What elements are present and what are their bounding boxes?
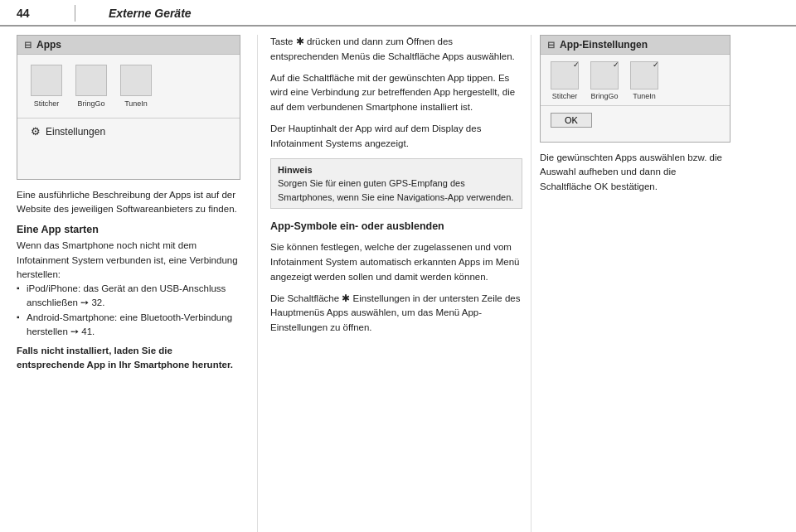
settings-app-item-bringgo: ✓ BringGo	[590, 61, 619, 100]
settings-app-label-stitcher: Stitcher	[552, 92, 578, 100]
apps-titlebar-icon: ⊟	[24, 40, 32, 51]
middle-para2: Auf die Schaltfläche mit der ge­wünschte…	[270, 71, 522, 115]
settings-app-label-tunein: TuneIn	[633, 92, 656, 100]
page-number: 44	[17, 7, 41, 20]
hint-title: Hinweis	[278, 165, 313, 175]
middle-para3: Der Hauptinhalt der App wird auf dem Dis…	[270, 122, 522, 152]
settings-app-icon-tunein: ✓	[630, 61, 658, 89]
main-content: ⊟ Apps Stitcher BringGo TuneIn	[0, 27, 796, 532]
hint-body: Sorgen Sie für einen guten GPS-Empfang d…	[278, 178, 513, 202]
left-column: ⊟ Apps Stitcher BringGo TuneIn	[0, 35, 257, 532]
right-description: Die gewünschten Apps auswählen bzw. die …	[540, 151, 730, 194]
ok-button[interactable]: OK	[551, 113, 592, 128]
chapter-title: Externe Geräte	[109, 7, 192, 20]
section1-body: Wenn das Smartphone noch nicht mit dem I…	[17, 239, 240, 282]
middle-column: Taste ✱ drücken und dann zum Öff­nen des…	[257, 35, 531, 532]
bullet-2: Android-Smartphone: eine Bluetooth-Verbi…	[17, 311, 240, 340]
left-note: Falls nicht installiert, laden Sie die e…	[17, 344, 240, 373]
apps-screenshot: ⊟ Apps Stitcher BringGo TuneIn	[17, 35, 240, 180]
app-label-tunein: TuneIn	[124, 99, 148, 108]
app-settings-titlebar: ⊟ App-Einstellungen	[541, 36, 730, 55]
page-header: 44 Externe Geräte	[0, 0, 796, 26]
app-settings-grid: ✓ Stitcher ✓ BringGo ✓ Tune	[541, 55, 730, 105]
app-settings-titlebar-icon: ⊟	[547, 40, 555, 51]
hint-box: Hinweis Sorgen Sie für einen guten GPS-E…	[270, 158, 522, 210]
check-tunein: ✓	[653, 60, 659, 69]
check-stitcher: ✓	[573, 60, 580, 69]
app-label-bringgo: BringGo	[77, 99, 104, 108]
app-icon-tunein	[120, 65, 152, 96]
section2-body: Sie können festlegen, welche der zu­gela…	[270, 240, 522, 284]
app-item-stitcher: Stitcher	[31, 65, 62, 108]
app-icon-bringgo	[75, 65, 107, 96]
section1-heading: Eine App starten	[17, 222, 240, 238]
app-settings-screenshot: ⊟ App-Einstellungen ✓ Stitcher ✓ Br	[540, 35, 730, 143]
right-column: ⊟ App-Einstellungen ✓ Stitcher ✓ Br	[531, 35, 755, 532]
bullet-1: iPod/iPhone: das Gerät an den USB-Anschl…	[17, 282, 240, 311]
settings-app-item-stitcher: ✓ Stitcher	[551, 61, 579, 100]
left-description: Eine ausführliche Beschreibung der Apps …	[17, 188, 240, 373]
settings-app-item-tunein: ✓ TuneIn	[630, 61, 658, 100]
app-label-stitcher: Stitcher	[34, 99, 60, 108]
left-intro-text: Eine ausführliche Beschreibung der Apps …	[17, 188, 240, 217]
apps-titlebar-label: Apps	[36, 39, 61, 51]
page: 44 Externe Geräte ⊟ Apps Stitcher	[0, 0, 796, 532]
left-note-bold: Falls nicht installiert, laden Sie die e…	[17, 346, 233, 370]
settings-app-icon-bringgo: ✓	[590, 61, 619, 89]
settings-app-icon-stitcher: ✓	[551, 61, 579, 89]
app-item-tunein: TuneIn	[120, 65, 152, 108]
middle-para1: Taste ✱ drücken und dann zum Öff­nen des…	[270, 35, 522, 65]
settings-label: Einstellungen	[46, 126, 105, 138]
settings-icon: ⚙	[31, 125, 41, 138]
apps-titlebar: ⊟ Apps	[17, 36, 240, 55]
settings-row[interactable]: ⚙ Einstellungen	[17, 118, 240, 144]
check-bringgo: ✓	[613, 60, 619, 69]
settings-app-label-bringgo: BringGo	[590, 92, 618, 100]
app-settings-titlebar-label: App-Einstellungen	[560, 39, 648, 51]
app-icon-stitcher	[31, 65, 62, 96]
section2-heading: App-Symbole ein- oder ausblenden	[270, 220, 522, 232]
section2-body2: Die Schaltfläche ✱ Einstellungen in der …	[270, 292, 522, 336]
apps-grid: Stitcher BringGo TuneIn	[17, 55, 240, 114]
app-item-bringgo: BringGo	[75, 65, 107, 108]
